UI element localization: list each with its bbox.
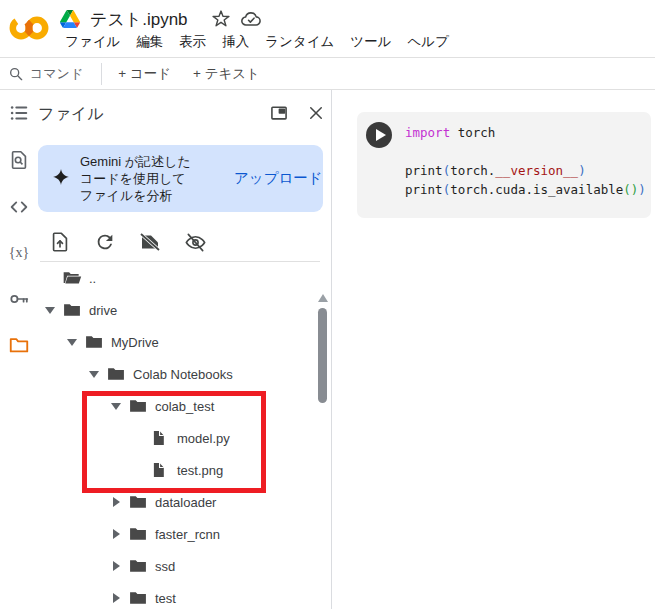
code-cell[interactable]: import torchprint(torch.__version__)prin… [357,112,651,218]
code-editor[interactable]: import torchprint(torch.__version__)prin… [405,123,646,199]
tree-row-test-png[interactable]: test.png [36,454,316,486]
close-panel-icon[interactable] [305,102,327,124]
add-text-button[interactable]: + テキスト [193,65,260,83]
menu-item-6[interactable]: ヘルプ [408,33,449,51]
code-token-special: __version__ [495,163,578,178]
expander-down-icon[interactable] [38,301,62,319]
menu-item-1[interactable]: 編集 [136,33,163,51]
code-snippets-icon[interactable] [7,195,31,219]
tree-row-colab-test[interactable]: colab_test [36,390,316,422]
code-token-plain: print [405,163,443,178]
refresh-icon[interactable] [93,230,117,254]
code-token-paren2: ( [623,182,631,197]
expander-spacer [126,461,150,479]
menu-item-2[interactable]: 表示 [179,33,206,51]
expander-spacer [38,269,62,287]
tree-item-label: faster_rcnn [155,527,220,542]
code-token-plain: print [405,182,443,197]
cloud-save-icon[interactable] [240,8,262,30]
command-palette-label: コマンド [30,65,83,83]
tree-row-dataloader[interactable]: dataloader [36,486,316,518]
star-icon[interactable] [210,8,232,30]
files-icon[interactable] [7,333,31,357]
variables-icon[interactable]: {x} [7,241,31,265]
code-token-paren1: ) [638,182,646,197]
hide-hidden-files-icon[interactable] [183,230,207,254]
code-token-paren1: ) [578,163,586,178]
tree-item-label: Colab Notebooks [133,367,233,382]
tree-item-label: dataloader [155,495,216,510]
code-line: print(torch.cuda.is_available()) [405,180,646,199]
expander-down-icon[interactable] [60,333,84,351]
left-sidebar: {x} [0,90,36,609]
drive-icon [60,10,80,28]
code-line: import torch [405,123,646,142]
header: テスト.ipynb ファイル編集表示挿入ランタイムツールヘルプ [0,0,655,57]
run-cell-button[interactable] [366,122,392,148]
file-icon [150,428,170,448]
tree-item-label: colab_test [155,399,214,414]
scrollbar-up-arrow[interactable] [318,294,328,302]
notebook-title[interactable]: テスト.ipynb [90,8,188,31]
tree-item-label: ssd [155,559,175,574]
expander-down-icon[interactable] [104,397,128,415]
expander-right-icon[interactable] [104,557,128,575]
colab-logo-icon[interactable] [8,9,50,47]
tree-item-label: test.png [177,463,223,478]
tree-row-ssd[interactable]: ssd [36,550,316,582]
search-icon [8,66,24,82]
find-replace-icon[interactable] [7,148,31,172]
play-icon [376,129,386,141]
folder-icon [128,588,148,608]
code-token-plain: torch [458,125,496,140]
folder-icon [128,396,148,416]
gemini-banner-line: ファイルを分析 [80,187,230,204]
code-token-plain: torch. [450,163,495,178]
menu-item-0[interactable]: ファイル [65,33,120,51]
upload-link[interactable]: アップロード [234,169,323,188]
tree-row-test[interactable]: test [36,582,316,609]
expander-spacer [126,429,150,447]
command-bar: コマンド + コード + テキスト [0,57,655,90]
menu-item-4[interactable]: ランタイム [265,33,334,51]
gemini-banner: Gemini が記述したコードを使用してファイルを分析 アップロード [38,145,323,212]
tree-row-faster-rcnn[interactable]: faster_rcnn [36,518,316,550]
gemini-banner-line: コードを使用して [80,170,230,187]
code-line [405,142,646,161]
scrollbar-thumb[interactable] [318,308,327,403]
menu-item-5[interactable]: ツール [350,33,391,51]
menu-item-3[interactable]: 挿入 [222,33,249,51]
tree-item-label: test [155,591,176,606]
toolbar-divider [101,63,102,85]
expander-down-icon[interactable] [82,365,106,383]
folder-icon [62,300,82,320]
secrets-icon[interactable] [7,287,31,311]
file-icon [150,460,170,480]
tree-item-label: model.py [177,431,230,446]
tree-row-mydrive[interactable]: MyDrive [36,326,316,358]
popout-panel-icon[interactable] [268,102,290,124]
gemini-spark-icon [51,167,71,191]
expander-right-icon[interactable] [104,589,128,607]
tree-row-colab-notebooks[interactable]: Colab Notebooks [36,358,316,390]
tree-row-model-py[interactable]: model.py [36,422,316,454]
tree-row--[interactable]: .. [36,262,316,294]
folder-icon [128,524,148,544]
tree-item-label: drive [89,303,117,318]
expander-right-icon[interactable] [104,493,128,511]
command-palette-button[interactable]: コマンド [0,65,83,83]
files-toolbar [48,230,207,254]
tree-row-drive[interactable]: drive [36,294,316,326]
folder-open-icon [62,268,82,288]
files-panel-header: ファイル [38,100,326,128]
expander-right-icon[interactable] [104,525,128,543]
file-tree: ..driveMyDriveColab Notebookscolab_testm… [36,262,316,609]
upload-file-icon[interactable] [48,230,72,254]
add-code-button[interactable]: + コード [118,65,171,83]
files-panel-title: ファイル [38,104,104,125]
table-of-contents-icon[interactable] [7,101,31,125]
mount-drive-disabled-icon[interactable] [138,230,162,254]
code-token-keyword: import [405,125,458,140]
notebook-area: import torchprint(torch.__version__)prin… [332,90,655,609]
tree-item-label: .. [89,271,96,286]
